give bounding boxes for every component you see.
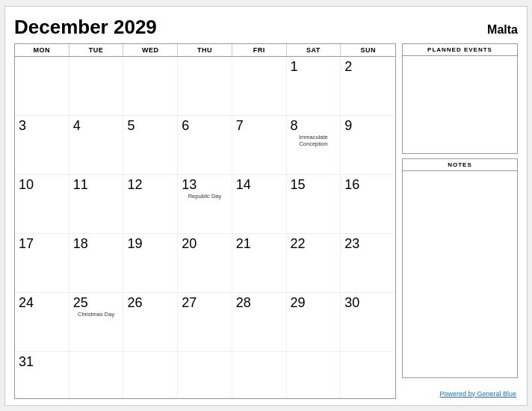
day-cell: 8Immaculate Conception (287, 116, 341, 175)
country-title: Malta (487, 23, 518, 37)
day-number: 16 (344, 178, 359, 193)
day-cell: 12 (123, 175, 178, 234)
day-number: 8 (291, 119, 298, 134)
day-cell: 15 (287, 175, 341, 234)
day-number: 14 (236, 178, 251, 193)
day-cell: 16 (341, 175, 395, 234)
day-cell: 2 (341, 57, 395, 116)
planned-events-content (403, 56, 517, 153)
day-number: 29 (291, 296, 306, 311)
day-number: 28 (236, 296, 251, 311)
day-number: 17 (19, 237, 34, 252)
day-cell (341, 352, 395, 398)
day-cell: 5 (123, 116, 178, 175)
day-number: 18 (73, 237, 88, 252)
planned-events-label: PLANNED EVENTS (403, 44, 517, 56)
calendar-section: MONTUEWEDTHUFRISATSUN 12345678Immaculate… (14, 43, 396, 399)
day-number: 26 (127, 296, 142, 311)
day-number: 6 (182, 119, 189, 134)
day-cell: 3 (15, 116, 69, 175)
calendar-grid: 12345678Immaculate Conception910111213Re… (15, 57, 395, 398)
day-cell: 27 (178, 293, 232, 352)
day-cell (15, 57, 69, 116)
day-number: 31 (19, 355, 34, 370)
day-cell: 1 (287, 57, 341, 116)
day-cell: 24 (15, 293, 69, 352)
day-number: 3 (19, 119, 26, 134)
day-cell (232, 57, 287, 116)
day-cell (123, 57, 178, 116)
day-header-mon: MON (15, 44, 69, 56)
day-number: 20 (182, 237, 197, 252)
day-number: 2 (344, 60, 352, 75)
day-cell: 11 (69, 175, 124, 234)
day-cell: 6 (178, 116, 232, 175)
day-number: 10 (19, 178, 34, 193)
day-cell (69, 352, 124, 398)
general-blue-link[interactable]: Powered by General Blue (439, 390, 516, 398)
day-number: 4 (73, 119, 81, 134)
day-cell: 20 (178, 234, 232, 293)
day-number: 23 (344, 237, 359, 252)
day-cell: 4 (69, 116, 124, 175)
notes-box: NOTES (402, 158, 518, 378)
day-number: 12 (127, 178, 142, 193)
planned-events-box: PLANNED EVENTS (402, 43, 518, 154)
day-cell: 19 (123, 234, 178, 293)
day-number: 30 (344, 296, 359, 311)
notes-content (403, 171, 517, 377)
day-cell (178, 57, 232, 116)
day-header-sun: SUN (341, 44, 395, 56)
event-label: Republic Day (182, 193, 228, 200)
day-cell: 28 (232, 293, 287, 352)
day-number: 7 (236, 119, 244, 134)
day-number: 21 (236, 237, 251, 252)
sidebar: PLANNED EVENTS NOTES Powered by General … (402, 43, 518, 399)
day-cell: 22 (287, 234, 341, 293)
day-cell (232, 352, 287, 398)
day-cell (178, 352, 232, 398)
day-cell: 13Republic Day (178, 175, 232, 234)
day-cell (123, 352, 178, 398)
day-cell: 23 (341, 234, 395, 293)
day-cell: 25Christmas Day (69, 293, 124, 352)
day-cell: 30 (341, 293, 395, 352)
event-label: Christmas Day (73, 311, 120, 318)
day-cell: 9 (341, 116, 395, 175)
notes-label: NOTES (403, 159, 517, 171)
month-year-title: December 2029 (14, 16, 157, 39)
day-headers-row: MONTUEWEDTHUFRISATSUN (15, 44, 395, 57)
day-number: 11 (73, 178, 88, 193)
day-cell: 14 (232, 175, 287, 234)
day-number: 25 (73, 296, 88, 311)
day-cell: 26 (123, 293, 178, 352)
day-header-sat: SAT (287, 44, 341, 56)
top-header: December 2029 Malta (14, 16, 518, 39)
day-cell: 7 (232, 116, 287, 175)
day-header-fri: FRI (232, 44, 287, 56)
day-cell: 31 (15, 352, 69, 398)
day-number: 22 (291, 237, 306, 252)
calendar-page: December 2029 Malta MONTUEWEDTHUFRISATSU… (4, 6, 528, 406)
day-cell: 10 (15, 175, 69, 234)
day-cell (287, 352, 341, 398)
day-cell: 29 (287, 293, 341, 352)
day-header-wed: WED (123, 44, 178, 56)
day-header-thu: THU (178, 44, 232, 56)
day-number: 27 (182, 296, 197, 311)
day-number: 24 (19, 296, 34, 311)
day-header-tue: TUE (69, 44, 124, 56)
day-cell: 18 (69, 234, 124, 293)
event-label: Immaculate Conception (291, 134, 337, 147)
day-cell: 21 (232, 234, 287, 293)
day-number: 5 (127, 119, 134, 134)
day-cell: 17 (15, 234, 69, 293)
day-number: 19 (127, 237, 142, 252)
day-number: 1 (291, 60, 298, 75)
main-content: MONTUEWEDTHUFRISATSUN 12345678Immaculate… (14, 43, 518, 399)
day-cell (69, 57, 124, 116)
day-number: 13 (182, 178, 197, 193)
day-number: 9 (344, 119, 352, 134)
footer: Powered by General Blue (402, 386, 518, 399)
day-number: 15 (291, 178, 306, 193)
